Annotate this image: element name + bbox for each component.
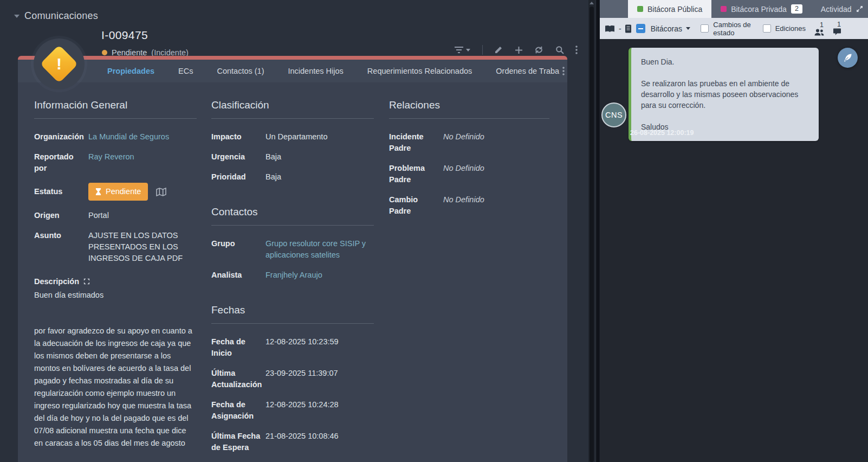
filter-button[interactable] [454, 46, 470, 54]
expand-icon[interactable] [83, 278, 90, 285]
field-label: Fecha de Inicio [211, 336, 265, 359]
column-informacion-general: Información General Organización La Mund… [34, 99, 197, 462]
refresh-button[interactable] [534, 46, 543, 54]
toolbar-divider [482, 45, 483, 55]
field-label: Prioridad [211, 171, 265, 183]
bitacora-feed: Buen Dia. Se realizaron las pruebas en e… [600, 39, 868, 462]
field-label: Problema Padre [389, 163, 443, 185]
field-impacto: Impacto Un Departamento [211, 131, 374, 143]
field-label: Incidente Padre [389, 131, 443, 154]
ultima-fecha-espera-value: 21-08-2025 10:08:46 [265, 431, 374, 453]
field-prioridad: Prioridad Baja [211, 171, 374, 183]
status-dot-icon [102, 50, 107, 55]
hourglass-icon [95, 188, 101, 195]
tabstrip-accent-bar [18, 56, 567, 60]
page-header: Comunicaciones [14, 10, 98, 22]
column-clasificacion: Clasificación Impacto Un Departamento Ur… [211, 99, 374, 462]
collapse-minus-icon[interactable] [636, 24, 645, 33]
scrollbar-thumb[interactable] [590, 7, 594, 462]
field-label: Organización [34, 131, 88, 143]
tab-contactos[interactable]: Contactos (1) [205, 67, 276, 75]
field-fecha-inicio: Fecha de Inicio 12-08-2025 10:23:59 [211, 336, 374, 359]
workflow-map-icon[interactable] [156, 188, 166, 196]
ediciones-count: 1 [820, 22, 824, 28]
cambios-estado-filter: Cambios de estado [701, 21, 752, 37]
filter-icon [454, 46, 464, 54]
scroll-up-arrow-icon[interactable] [590, 2, 594, 4]
incidente-padre-value: No Definido [443, 131, 549, 154]
cambios-estado-checkbox[interactable] [701, 24, 709, 33]
tab-incidentes-hijos[interactable]: Incidentes Hijos [276, 67, 355, 75]
ediciones-filter: Ediciones [763, 24, 806, 33]
field-analista: Analista Franjhely Araujo [211, 270, 374, 281]
ediciones-label: Ediciones [775, 24, 806, 33]
field-organizacion: Organización La Mundial de Seguros [34, 131, 197, 143]
field-label: Analista [211, 270, 265, 281]
search-icon [555, 46, 564, 54]
comentarios-count: 1 [837, 21, 841, 28]
ediciones-checkbox[interactable] [763, 24, 771, 33]
chevron-down-icon [466, 49, 470, 52]
field-origen: Origen Portal [34, 210, 197, 221]
avatar: CNS [601, 102, 626, 127]
field-label: Urgencia [211, 151, 265, 163]
incident-tabstrip: Propiedades ECs Contactos (1) Incidentes… [18, 56, 567, 82]
section-title-relaciones: Relaciones [389, 99, 549, 119]
chat-bubble-icon[interactable] [833, 28, 841, 36]
tab-actividad[interactable]: Actividad [812, 0, 868, 18]
prioridad-value: Baja [265, 171, 374, 183]
people-icon[interactable] [814, 29, 824, 36]
tab-requerimientos-relacionados[interactable]: Requerimientos Relacionados [355, 67, 484, 75]
ultima-actualizacion-value: 23-09-2025 11:39:07 [265, 368, 374, 390]
bitacora-panel: Bitácora Pública Bitácora Privada 2 Acti… [595, 0, 868, 462]
fecha-asignacion-value: 12-08-2025 10:24:28 [265, 399, 374, 422]
field-label: Origen [34, 210, 88, 221]
field-cambio-padre: Cambio Padre No Definido [389, 194, 549, 217]
field-label: Estatus [34, 186, 88, 197]
notebook-icon[interactable] [625, 24, 632, 33]
collapse-chevron-icon[interactable] [14, 15, 20, 18]
add-button[interactable] [515, 46, 523, 54]
reportado-por-link[interactable]: Ray Reveron [88, 151, 197, 174]
tab-ecs[interactable]: ECs [166, 67, 205, 75]
compose-entry-button[interactable] [838, 48, 858, 68]
bitacora-scrollbar[interactable] [596, 0, 600, 462]
tab-bitacora-privada[interactable]: Bitácora Privada 2 [711, 0, 812, 18]
bitacoras-dropdown[interactable]: Bitácoras [651, 24, 690, 33]
fecha-inicio-value: 12-08-2025 10:23:59 [265, 336, 374, 359]
edit-button[interactable] [494, 46, 503, 54]
incident-toolbar [454, 44, 578, 56]
field-label: Impacto [211, 131, 265, 143]
field-reportado-por: Reportado por Ray Reveron [34, 151, 197, 174]
log-entry-bubble: Buen Dia. Se realizaron las pruebas en e… [629, 48, 819, 141]
chevron-down-icon [686, 27, 690, 30]
open-book-icon[interactable] [605, 25, 615, 33]
asunto-value: AJUSTE EN LOS DATOS PRESENTADOS EN LOS I… [88, 230, 197, 264]
left-panel-scrollbar[interactable] [588, 0, 595, 462]
tab-bitacora-publica[interactable]: Bitácora Pública [628, 0, 711, 18]
organizacion-link[interactable]: La Mundial de Seguros [88, 131, 197, 143]
expand-arrows-icon[interactable] [856, 5, 863, 12]
pencil-icon [494, 46, 503, 54]
field-label: Fecha de Asignación [211, 399, 265, 422]
cambio-padre-value: No Definido [443, 194, 549, 217]
page-title: Comunicaciones [24, 10, 98, 22]
tab-ordenes-de-trabajo[interactable]: Ordenes de Traba [484, 67, 561, 75]
tab-propiedades[interactable]: Propiedades [95, 67, 166, 75]
search-button[interactable] [555, 46, 564, 54]
scrollbar-thumb[interactable] [597, 0, 599, 462]
public-square-icon [637, 6, 643, 12]
analista-link[interactable]: Franjhely Araujo [265, 270, 374, 281]
more-options-button[interactable] [575, 46, 578, 54]
descripcion-intro: Buen día estimados [34, 291, 197, 299]
grupo-link[interactable]: Grupo resolutor core SISIP y aplicacione… [265, 238, 374, 261]
tab-overflow-button[interactable] [562, 67, 565, 75]
propiedades-card: Información General Organización La Mund… [18, 82, 567, 462]
kebab-icon [575, 46, 578, 54]
status-badge[interactable]: Pendiente [88, 183, 148, 201]
column-relaciones: Relaciones Incidente Padre No Definido P… [389, 99, 549, 226]
cambios-estado-label: Cambios de estado [713, 21, 752, 37]
ediciones-count-stack: 1 [814, 22, 824, 36]
impacto-value: Un Departamento [265, 131, 374, 143]
toolbar-separator: - [619, 24, 621, 33]
